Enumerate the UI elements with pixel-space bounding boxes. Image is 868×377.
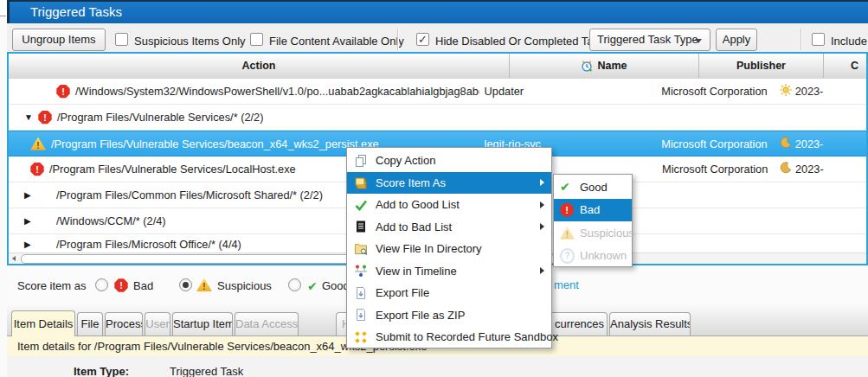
splitter-handle[interactable] — [0, 0, 6, 16]
submenu-item-good[interactable]: ✔ Good — [554, 176, 632, 199]
tab-data-accessed[interactable]: Data Accessed — [235, 312, 299, 335]
item-type-label: Item Type: — [74, 365, 129, 377]
column-header-action[interactable]: Action — [9, 54, 510, 78]
task-type-dropdown[interactable]: Triggered Task Type — [589, 29, 710, 51]
score-submenu: ✔ Good ! Bad ! Suspicious ? Unknown — [553, 174, 633, 267]
toolbar-divider — [397, 29, 399, 50]
menu-item-add-to-good-list[interactable]: Add to Good List — [347, 194, 551, 216]
sandbox-icon — [354, 330, 368, 344]
score-item-as-label: Score item as — [17, 279, 86, 292]
menu-item-view-file-in-directory[interactable]: View File In Directory — [347, 238, 551, 260]
scroll-left-arrow-icon[interactable] — [9, 253, 20, 264]
details-pane: Item Type: Triggered Task — [7, 356, 868, 377]
good-check-icon — [354, 198, 368, 212]
apply-button[interactable]: Apply — [716, 29, 757, 51]
hide-disabled-checkbox[interactable] — [416, 33, 429, 46]
table-header: Action Name Publisher C — [9, 54, 866, 80]
toolbar: Ungroup Items Suspicious Items Only File… — [7, 23, 868, 52]
tab-analysis-results[interactable]: Analysis Results — [609, 312, 691, 335]
score-good-radio[interactable] — [288, 278, 301, 291]
bad-score-icon: ! — [560, 203, 575, 217]
score-bad-radio[interactable] — [95, 278, 108, 291]
bad-score-icon: ! — [38, 111, 52, 125]
expand-triangle-icon[interactable]: ▶ — [24, 190, 35, 200]
menu-item-export-file[interactable]: Export File — [347, 282, 551, 304]
collapse-triangle-icon[interactable]: ▼ — [24, 112, 35, 122]
menu-item-add-to-bad-list[interactable]: Add to Bad List — [347, 216, 551, 239]
suspicious-items-only-checkbox[interactable] — [115, 33, 128, 46]
task-type-dropdown-value: Triggered Task Type — [590, 29, 710, 50]
context-menu: Copy Action Score Item As Add to Good Li… — [346, 147, 552, 348]
score-bad-label[interactable]: Bad — [133, 279, 153, 292]
menu-item-copy-action[interactable]: Copy Action — [347, 150, 551, 172]
submenu-item-bad[interactable]: ! Bad — [554, 199, 632, 222]
column-header-publisher[interactable]: Publisher — [699, 54, 824, 78]
bad-list-icon — [354, 220, 368, 233]
export-file-icon — [354, 308, 368, 322]
menu-item-view-in-timeline[interactable]: View in Timeline — [347, 260, 551, 283]
submenu-item-unknown[interactable]: ? Unknown — [554, 245, 632, 268]
menu-item-score-item-as[interactable]: Score Item As — [347, 172, 551, 195]
unknown-question-icon: ? — [560, 248, 575, 264]
bad-score-icon: ! — [56, 85, 70, 99]
good-check-icon: ✔ — [560, 181, 575, 193]
include-label[interactable]: Include I — [831, 35, 868, 48]
clock-icon — [581, 60, 593, 72]
item-type-value: Triggered Task — [170, 365, 243, 377]
tab-user[interactable]: User — [145, 312, 170, 335]
partial-link[interactable]: ment — [554, 278, 579, 291]
suspicious-score-icon: ! — [30, 137, 46, 150]
suspicious-score-icon: ! — [196, 278, 212, 291]
nighttime-moon-icon — [780, 137, 792, 151]
good-check-icon: ✔ — [307, 280, 318, 292]
suspicious-score-icon: ! — [560, 227, 575, 240]
bad-score-icon: ! — [114, 278, 128, 292]
app-window: Triggered Tasks Ungroup Items Suspicious… — [0, 0, 868, 377]
panel-titlebar: Triggered Tasks — [7, 0, 868, 23]
table-row[interactable]: !/Windows/System32/WindowsPowerShell/v1.… — [9, 79, 866, 105]
menu-item-submit-to-sandbox[interactable]: Submit to Recorded Future Sandbox — [347, 326, 551, 348]
ungroup-items-button[interactable]: Ungroup Items — [12, 29, 106, 51]
expand-triangle-icon[interactable]: ▶ — [24, 240, 35, 249]
expand-triangle-icon[interactable]: ▶ — [24, 216, 35, 226]
toolbar-divider — [800, 29, 802, 50]
submenu-arrow-icon — [540, 223, 544, 230]
menu-item-export-file-as-zip[interactable]: Export File as ZIP — [347, 304, 551, 327]
submenu-arrow-icon — [540, 179, 544, 186]
submenu-item-suspicious[interactable]: ! Suspicious — [554, 221, 632, 245]
tab-process[interactable]: Process — [105, 312, 143, 335]
timeline-icon — [354, 264, 368, 278]
tab-file[interactable]: File — [77, 312, 103, 335]
folder-search-icon — [354, 242, 368, 256]
nighttime-moon-icon — [780, 162, 792, 176]
column-header-created[interactable]: C — [824, 54, 868, 78]
daytime-sun-icon — [780, 84, 792, 99]
file-content-available-only-checkbox[interactable] — [250, 33, 263, 46]
score-stack-icon — [354, 176, 368, 189]
table-row-group[interactable]: ▼!/Program Files/Vulnerable Services/* (… — [9, 105, 866, 131]
score-suspicious-label[interactable]: Suspicious — [217, 279, 272, 292]
hide-disabled-label[interactable]: Hide Disabled Or Completed Tasks — [435, 35, 610, 48]
export-file-icon — [354, 286, 368, 300]
file-content-available-only-label[interactable]: File Content Available Only — [269, 35, 404, 48]
panel-title: Triggered Tasks — [10, 2, 868, 22]
copy-icon — [354, 154, 368, 168]
tab-item-details[interactable]: Item Details — [11, 310, 75, 336]
include-checkbox[interactable] — [812, 33, 825, 46]
chevron-down-icon — [695, 39, 702, 43]
tab-startup-items[interactable]: Startup Items — [172, 312, 233, 335]
bad-score-icon: ! — [30, 163, 44, 176]
tab-occurrences-label[interactable]: currences — [555, 317, 604, 330]
column-header-name[interactable]: Name — [510, 54, 699, 78]
score-suspicious-radio[interactable] — [179, 278, 192, 291]
submenu-arrow-icon — [540, 201, 544, 208]
submenu-arrow-icon — [540, 267, 544, 274]
suspicious-items-only-label[interactable]: Suspicious Items Only — [134, 35, 246, 48]
